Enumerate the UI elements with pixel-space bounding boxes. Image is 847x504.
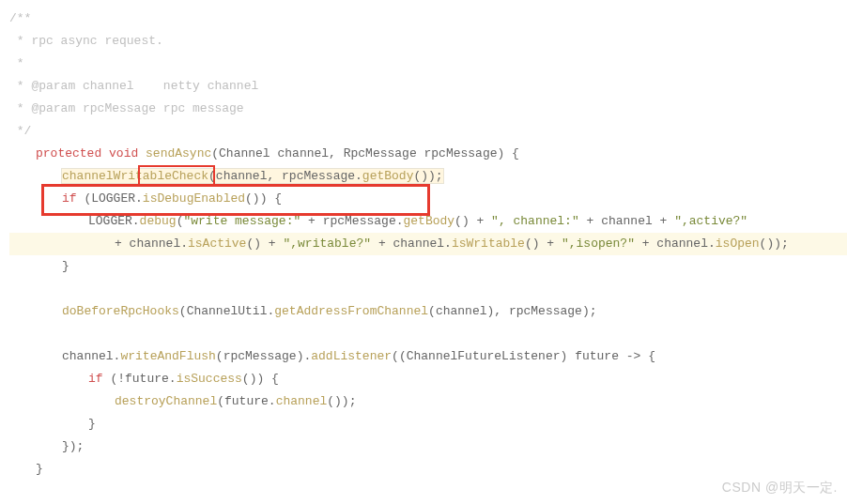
if-success: if (!future.isSuccess()) { <box>9 368 847 390</box>
blank-line <box>9 323 847 345</box>
close-lambda: }); <box>9 435 847 458</box>
close-brace: } <box>9 255 847 278</box>
highlight-box-writablecheck <box>41 184 430 216</box>
fn-hooks: doBeforeRpcHooks <box>62 304 179 318</box>
method-name: sendAsync <box>138 146 211 160</box>
fn-isopen: isOpen <box>716 237 760 251</box>
javadoc-line: * <box>9 53 847 75</box>
open: (future. <box>217 394 275 408</box>
fn-iswritable: isWritable <box>452 237 525 251</box>
str: ",writable?" <box>283 237 371 251</box>
str: "write message:" <box>183 214 300 228</box>
p: () + <box>246 237 283 251</box>
rest: (channel), rpcMessage); <box>428 304 596 318</box>
p: () + <box>454 214 491 228</box>
fn-waf: writeAndFlush <box>120 349 215 363</box>
blank-line <box>9 278 847 300</box>
destroy-channel: destroyChannel(future.channel()); <box>9 390 847 413</box>
fn-destroy: destroyChannel <box>115 394 217 408</box>
method-signature: protected void sendAsync(Channel channel… <box>9 143 847 165</box>
logger-pre: LOGGER. <box>88 214 140 228</box>
open: (ChannelUtil. <box>179 304 274 318</box>
code-block: /** * rpc async request. * * @param chan… <box>9 8 847 481</box>
fn-debug: debug <box>140 214 177 228</box>
p: + channel. <box>371 237 452 251</box>
p: () + <box>525 237 562 251</box>
fn-getaddr: getAddressFromChannel <box>274 304 428 318</box>
close: ()); <box>327 394 356 408</box>
fn-getbody: getBody <box>403 214 454 228</box>
keyword-protected: protected <box>36 146 101 160</box>
args-close: ()); <box>413 169 442 183</box>
watermark: CSDN @明天一定. <box>722 476 838 498</box>
fn-getbody: getBody <box>362 169 414 183</box>
javadoc-line: * @param rpcMessage rpc message <box>9 98 847 120</box>
str: ",isopen?" <box>562 237 635 251</box>
p: + channel + <box>579 214 674 228</box>
mid: (rpcMessage). <box>216 349 311 363</box>
fn-isactive: isActive <box>188 237 246 251</box>
keyword-if: if <box>88 372 103 386</box>
javadoc-line: * @param channel netty channel <box>9 75 847 98</box>
fn-addlistener: addListener <box>311 349 392 363</box>
write-and-flush: channel.writeAndFlush(rpcMessage).addLis… <box>9 345 847 368</box>
open: (!future. <box>103 372 177 386</box>
rest: ((ChannelFutureListener) future -> { <box>392 349 655 363</box>
javadoc-line: */ <box>9 120 847 143</box>
close-brace: } <box>9 413 847 435</box>
call-hooks: doBeforeRpcHooks(ChannelUtil.getAddressF… <box>9 300 847 323</box>
close: ()) { <box>242 372 279 386</box>
p: ()); <box>760 237 789 251</box>
str: ", channel:" <box>491 214 579 228</box>
javadoc-line: /** <box>9 8 847 30</box>
method-params: (Channel channel, RpcMessage rpcMessage)… <box>211 146 519 160</box>
str: ",active?" <box>674 214 747 228</box>
p: + channel. <box>635 237 716 251</box>
pre: channel. <box>62 349 120 363</box>
args: (channel, rpcMessage. <box>208 169 362 183</box>
fn-channel: channel <box>276 394 328 408</box>
logger-debug-cont: + channel.isActive() + ",writable?" + ch… <box>9 233 847 255</box>
fn-issuccess: isSuccess <box>177 372 242 386</box>
javadoc-line: * rpc async request. <box>9 30 847 53</box>
p: + rpcMessage. <box>300 214 403 228</box>
keyword-void: void <box>109 146 138 160</box>
highlight-box-sendasync <box>138 165 215 186</box>
p: + channel. <box>115 237 188 251</box>
